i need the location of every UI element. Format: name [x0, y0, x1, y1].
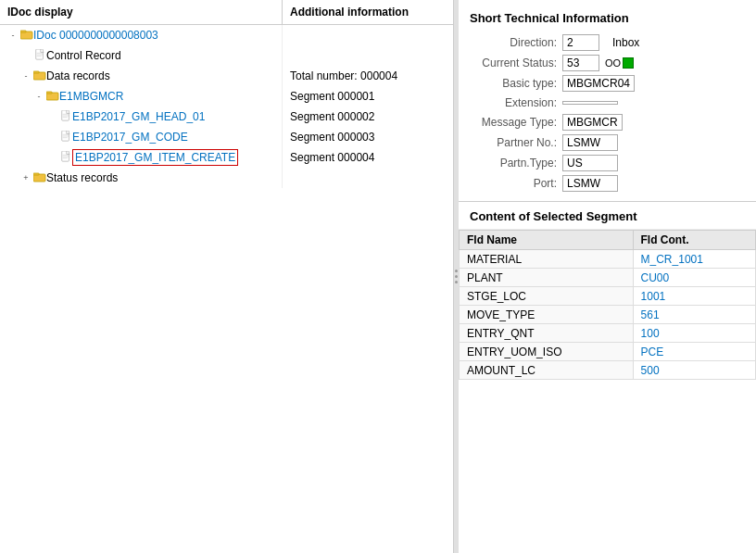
field-name-0: MATERIAL: [460, 250, 634, 269]
divider-handle: [455, 270, 458, 283]
idoc-tree: - IDoc 0000000000008003 Control Record- …: [0, 25, 453, 553]
tree-row-info-e1bp2017-code: Segment 000003: [283, 131, 453, 144]
tech-value-7: LSMW: [562, 175, 618, 192]
field-name-5: ENTRY_UOM_ISO: [460, 343, 634, 361]
segment-row-6: AMOUNT_LC500: [460, 361, 756, 380]
segment-row-5: ENTRY_UOM_ISOPCE: [460, 343, 756, 361]
field-value-3: 561: [633, 306, 755, 324]
tree-toggle-data-records[interactable]: -: [20, 70, 32, 82]
tree-node-label-e1bp2017-code[interactable]: E1BP2017_GM_CODE: [72, 131, 188, 144]
tree-row-info-e1mbgmcr: Segment 000001: [283, 90, 453, 103]
field-name-3: MOVE_TYPE: [460, 306, 634, 324]
tree-node-label-e1bp2017-item[interactable]: E1BP2017_GM_ITEM_CREATE: [72, 149, 238, 166]
tree-row-info-e1bp2017-head: Segment 000002: [283, 110, 453, 123]
tree-toggle-status-records[interactable]: +: [20, 172, 32, 183]
tree-row-e1bp2017-item[interactable]: E1BP2017_GM_ITEM_CREATESegment 000004: [0, 147, 453, 168]
tree-row-info-data-records: Total number: 000004: [283, 69, 453, 82]
tree-row-status-records: + Status records: [0, 168, 453, 188]
field-value-4: 100: [633, 324, 755, 343]
segment-row-3: MOVE_TYPE561: [460, 306, 756, 324]
tech-field-row-3: Extension:: [459, 94, 756, 112]
tech-value-1: 53: [562, 55, 599, 71]
folder-icon: [33, 69, 46, 83]
svg-rect-9: [46, 92, 52, 94]
left-panel-header: IDoc display Additional information: [0, 0, 453, 25]
tree-node-label-e1mbgmcr[interactable]: E1MBGMCR: [59, 90, 123, 103]
status-text: OO: [605, 57, 621, 69]
segment-col-header-1: Fld Cont.: [633, 231, 755, 250]
tree-toggle-e1bp2017-head: [46, 111, 57, 122]
tech-value-4: MBGMCR: [562, 114, 623, 131]
segment-row-2: STGE_LOC1001: [460, 287, 756, 306]
field-value-6: 500: [633, 361, 755, 380]
segment-row-0: MATERIALM_CR_1001: [460, 250, 756, 269]
svg-rect-18: [62, 151, 69, 161]
tree-row-data-records: - Data recordsTotal number: 000004: [0, 66, 453, 86]
field-value-0: M_CR_1001: [633, 250, 755, 269]
tree-row-idoc-root[interactable]: - IDoc 0000000000008003: [0, 25, 453, 45]
tree-row-control-record: Control Record: [0, 45, 453, 66]
folder-icon: [46, 90, 59, 104]
divider-dot: [455, 275, 458, 278]
field-name-6: AMOUNT_LC: [460, 361, 634, 380]
tree-node-label-e1bp2017-head[interactable]: E1BP2017_GM_HEAD_01: [72, 110, 205, 123]
doc-icon: [59, 110, 72, 124]
folder-icon: [20, 29, 33, 43]
tech-label-7: Port:: [470, 177, 562, 190]
tech-label-3: Extension:: [470, 96, 562, 109]
tech-value-0: 2: [562, 34, 599, 51]
tree-row-e1bp2017-code[interactable]: E1BP2017_GM_CODESegment 000003: [0, 127, 453, 147]
segment-row-1: PLANTCU00: [460, 269, 756, 287]
tree-node-label-data-records: Data records: [46, 69, 110, 82]
tree-node-label-idoc-root[interactable]: IDoc 0000000000008003: [33, 29, 158, 42]
status-green-indicator: [623, 57, 634, 69]
tree-row-e1mbgmcr[interactable]: - E1MBGMCRSegment 000001: [0, 86, 453, 107]
field-value-1: CU00: [633, 269, 755, 287]
svg-rect-23: [33, 173, 39, 175]
tech-field-row-6: Partn.Type:US: [459, 153, 756, 173]
doc-icon: [33, 49, 46, 63]
field-value-2: 1001: [633, 287, 755, 306]
doc-icon: [59, 131, 72, 145]
tech-field-row-5: Partner No.:LSMW: [459, 132, 756, 153]
tech-value-2: MBGMCR04: [562, 75, 635, 92]
tech-value-3: [562, 101, 618, 105]
tech-extra-0: Inbox: [609, 35, 643, 50]
divider-dot: [455, 270, 458, 272]
idoc-display-header: IDoc display: [0, 0, 283, 24]
segment-col-header-0: Fld Name: [460, 231, 634, 250]
tech-label-0: Direction:: [470, 36, 562, 49]
tech-field-row-4: Message Type:MBGMCR: [459, 112, 756, 132]
svg-rect-7: [33, 71, 39, 73]
field-name-1: PLANT: [460, 269, 634, 287]
segment-title: Content of Selected Segment: [459, 202, 756, 230]
idoc-display-panel: IDoc display Additional information - ID…: [0, 0, 454, 553]
tech-label-6: Partn.Type:: [470, 157, 562, 170]
segment-row-4: ENTRY_QNT100: [460, 324, 756, 343]
tree-row-e1bp2017-head[interactable]: E1BP2017_GM_HEAD_01Segment 000002: [0, 107, 453, 127]
right-panel: Short Technical Information Direction:2I…: [459, 0, 756, 553]
tech-value-6: US: [562, 155, 618, 171]
field-name-4: ENTRY_QNT: [460, 324, 634, 343]
tree-row-info-e1bp2017-item: Segment 000004: [283, 151, 453, 164]
tech-label-2: Basic type:: [470, 77, 562, 90]
svg-rect-10: [62, 110, 69, 120]
tree-toggle-control-record: [20, 50, 32, 61]
tree-toggle-e1bp2017-item: [46, 152, 57, 163]
tech-info-section: Short Technical Information Direction:2I…: [459, 0, 756, 202]
status-indicator: OO: [605, 57, 634, 69]
svg-rect-1: [20, 31, 26, 32]
doc-icon: [59, 151, 72, 165]
segment-table: Fld NameFld Cont.MATERIALM_CR_1001PLANTC…: [459, 230, 756, 380]
divider-dot: [455, 281, 458, 283]
tree-toggle-e1mbgmcr[interactable]: -: [33, 91, 44, 102]
tech-info-title: Short Technical Information: [459, 7, 756, 32]
field-value-5: PCE: [633, 343, 755, 361]
tech-label-5: Partner No.:: [470, 136, 562, 149]
tech-field-row-1: Current Status:53OO: [459, 53, 756, 73]
tech-value-5: LSMW: [562, 134, 618, 151]
additional-info-header: Additional information: [283, 0, 416, 24]
segment-section: Content of Selected Segment Fld NameFld …: [459, 202, 756, 553]
tech-field-row-0: Direction:2Inbox: [459, 32, 756, 53]
tree-toggle-idoc-root[interactable]: -: [7, 30, 19, 41]
